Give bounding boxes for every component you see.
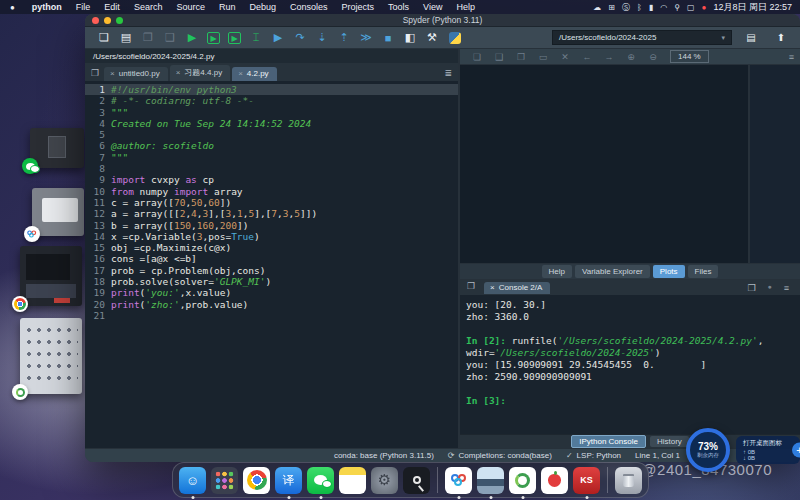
editor-tab-习题4.4.py[interactable]: ×习题4.4.py (170, 65, 230, 81)
code-line[interactable]: 20print('zho:',prob.value) (85, 299, 458, 310)
search-icon[interactable]: ⚲ (674, 3, 680, 12)
run-selection-icon[interactable]: ⌶ (245, 31, 267, 44)
close-icon[interactable]: × (490, 283, 495, 292)
bluetooth-icon[interactable]: ᛒ (637, 3, 642, 12)
browse-tabs-icon[interactable]: ❐ (91, 68, 99, 78)
code-line[interactable]: 12a = array([[2,4,3],[3,1,5],[7,3,5]]) (85, 208, 458, 219)
dock-item-launchpad[interactable] (211, 467, 238, 494)
editor-options-icon[interactable]: ≣ (444, 68, 458, 81)
menu-item-source[interactable]: Source (169, 2, 212, 12)
network-panel[interactable]: 打开桌面图标 ↑ 0B ↓ 0B + (736, 436, 800, 464)
dock-item-translate[interactable]: 译 (275, 467, 302, 494)
titlebar[interactable]: Spyder (Python 3.11) (85, 14, 800, 27)
pane-tab-variable-explorer[interactable]: Variable Explorer (575, 265, 650, 278)
pane-tab-help[interactable]: Help (542, 265, 572, 278)
code-line[interactable]: 10from numpy import array (85, 186, 458, 197)
menu-item-view[interactable]: View (416, 2, 449, 12)
menu-item-consoles[interactable]: Consoles (283, 2, 335, 12)
minimized-window-dialog[interactable] (32, 188, 84, 236)
maximize-pane-icon[interactable]: ◧ (399, 31, 421, 44)
add-widget-button[interactable]: + (792, 443, 800, 458)
interpreter-status[interactable]: conda: base (Python 3.11.5) (334, 451, 434, 460)
dock-item-red-apple-app[interactable] (541, 467, 568, 494)
menu-item-debug[interactable]: Debug (242, 2, 283, 12)
code-line[interactable]: 1#!/usr/bin/env python3 (85, 84, 458, 95)
save-all-plots-icon[interactable]: ❑ (488, 52, 510, 62)
minimized-window-grid[interactable] (20, 318, 82, 394)
step-into-icon[interactable]: ⇣ (311, 31, 333, 44)
wifi-icon[interactable]: ◠ (660, 3, 667, 12)
step-out-icon[interactable]: ⇡ (333, 31, 355, 44)
bottom-tab-history[interactable]: History (650, 436, 689, 447)
code-editor[interactable]: 1#!/usr/bin/env python32# -*- codiarng: … (85, 81, 458, 448)
sogou-input-icon[interactable]: Ⓢ (622, 2, 630, 13)
code-line[interactable]: 4Created on Tue Sep 24 14:14:52 2024 (85, 118, 458, 129)
menu-item-run[interactable]: Run (212, 2, 243, 12)
console-options-icon[interactable]: ≡ (784, 283, 789, 293)
dock-item-settings[interactable]: ⚙ (371, 467, 398, 494)
display-icon[interactable]: ▢ (687, 3, 695, 12)
working-directory-combobox[interactable]: /Users/scofieldo/2024-2025▾ (552, 30, 732, 45)
code-line[interactable]: 14x =cp.Variable(3,pos=True) (85, 231, 458, 242)
code-line[interactable]: 15obj =cp.Maximize(c@x) (85, 242, 458, 253)
code-line[interactable]: 17prob = cp.Problem(obj,cons) (85, 265, 458, 276)
code-line[interactable]: 9import cvxpy as cp (85, 174, 458, 185)
next-plot-icon[interactable]: → (598, 52, 620, 62)
code-line[interactable]: 13b = array([150,160,200]) (85, 220, 458, 231)
copy-plot-icon[interactable]: ❐ (510, 52, 532, 62)
code-line[interactable]: 18prob.solve(solver='GLPK_MI') (85, 276, 458, 287)
code-line[interactable]: 16cons =[a@x <=b] (85, 253, 458, 264)
inspect-icon[interactable]: ❒ (747, 283, 755, 293)
remove-all-plots-icon[interactable]: ✕ (554, 52, 576, 62)
dock-item-keychain[interactable] (403, 467, 430, 494)
code-line[interactable]: 8 (85, 163, 458, 174)
open-file-icon[interactable]: ▤ (115, 31, 137, 44)
editor-tab-4.2.py[interactable]: ×4.2.py (232, 67, 276, 81)
dock-item-finder[interactable]: ☺ (179, 467, 206, 494)
editor-tab-untitled0.py[interactable]: ×untitled0.py (104, 67, 168, 81)
pythonpath-icon[interactable] (449, 32, 461, 44)
save-plot-icon[interactable]: ❏ (466, 52, 488, 62)
app-menu[interactable]: python (25, 2, 69, 12)
pane-tab-files[interactable]: Files (688, 265, 719, 278)
apple-menu-icon[interactable]: ● (10, 3, 15, 12)
dock-item-wechat[interactable] (307, 467, 334, 494)
menu-item-help[interactable]: Help (449, 2, 482, 12)
remove-plot-icon[interactable]: ▭ (532, 52, 554, 62)
run-cell-icon[interactable]: ▶ (207, 32, 220, 44)
dock-item-preview-app[interactable] (477, 467, 504, 494)
browse-directory-icon[interactable]: ▤ (740, 32, 762, 43)
menu-item-projects[interactable]: Projects (335, 2, 382, 12)
menu-item-file[interactable]: File (69, 2, 98, 12)
zoom-out-icon[interactable]: ⊖ (642, 52, 664, 62)
run-cell-advance-icon[interactable]: ▶ (228, 32, 241, 44)
plots-zoom-level[interactable]: 144 % (670, 50, 709, 63)
run-icon[interactable]: ▶ (181, 31, 203, 44)
memory-gauge[interactable]: 73% 剩余内存 (686, 428, 730, 472)
bottom-tab-ipython-console[interactable]: IPython Console (571, 435, 646, 448)
save-icon[interactable]: ❐ (137, 31, 159, 44)
dock-item-seal-app[interactable]: KS (573, 467, 600, 494)
lsp-status[interactable]: ✓LSP: Python (566, 451, 621, 460)
plots-thumbnails-strip[interactable] (748, 65, 800, 263)
cloud-icon[interactable]: ☁ (593, 3, 601, 12)
code-line[interactable]: 21 (85, 310, 458, 321)
parent-directory-icon[interactable]: ⬆ (770, 32, 792, 43)
debug-icon[interactable]: ▶ (267, 31, 289, 44)
battery-icon[interactable]: ▮ (649, 3, 653, 12)
close-icon[interactable]: × (110, 69, 115, 78)
menu-item-edit[interactable]: Edit (97, 2, 127, 12)
console-tab[interactable]: × Console 2/A (484, 282, 550, 294)
code-line[interactable]: 6@author: scofieldo (85, 140, 458, 151)
continue-icon[interactable]: ≫ (355, 31, 377, 44)
stop-icon[interactable]: ■ (377, 32, 399, 44)
dock-item-chrome[interactable] (243, 467, 270, 494)
pane-tab-plots[interactable]: Plots (653, 265, 685, 278)
completions-status[interactable]: ⟳Completions: conda(base) (448, 451, 552, 460)
menubar-clock[interactable]: 12月8日 周日 22:57 (713, 1, 792, 14)
code-line[interactable]: 3""" (85, 107, 458, 118)
close-icon[interactable]: × (176, 68, 181, 77)
minimized-window-code[interactable] (20, 246, 82, 306)
save-all-icon[interactable]: ❑ (159, 31, 181, 44)
console-output[interactable]: you: [20. 30.]zho: 3360.0 In [2]: runfil… (460, 295, 800, 434)
